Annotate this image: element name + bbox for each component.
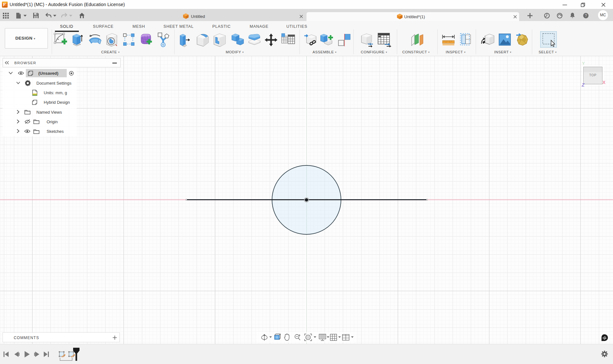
svg-text:?: ? (585, 13, 587, 18)
